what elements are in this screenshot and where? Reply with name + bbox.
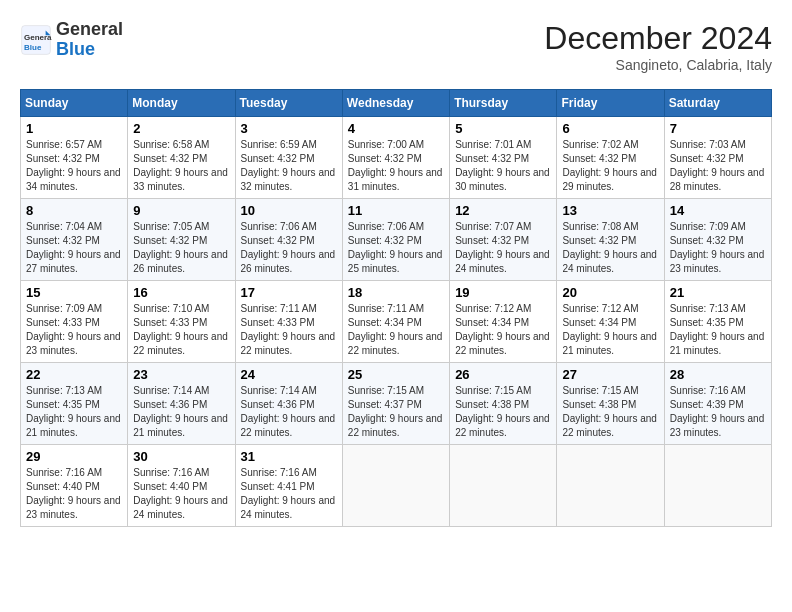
day-info: Sunrise: 7:15 AM Sunset: 4:37 PM Dayligh… [348,384,444,440]
day-info: Sunrise: 7:06 AM Sunset: 4:32 PM Dayligh… [241,220,337,276]
day-number: 4 [348,121,444,136]
day-cell: 4 Sunrise: 7:00 AM Sunset: 4:32 PM Dayli… [342,117,449,199]
day-number: 28 [670,367,766,382]
weekday-header-friday: Friday [557,90,664,117]
day-info: Sunrise: 7:02 AM Sunset: 4:32 PM Dayligh… [562,138,658,194]
day-number: 7 [670,121,766,136]
week-row-2: 8 Sunrise: 7:04 AM Sunset: 4:32 PM Dayli… [21,199,772,281]
day-cell: 5 Sunrise: 7:01 AM Sunset: 4:32 PM Dayli… [450,117,557,199]
day-info: Sunrise: 7:13 AM Sunset: 4:35 PM Dayligh… [670,302,766,358]
day-cell: 29 Sunrise: 7:16 AM Sunset: 4:40 PM Dayl… [21,445,128,527]
day-cell: 12 Sunrise: 7:07 AM Sunset: 4:32 PM Dayl… [450,199,557,281]
day-info: Sunrise: 6:59 AM Sunset: 4:32 PM Dayligh… [241,138,337,194]
weekday-header-thursday: Thursday [450,90,557,117]
day-info: Sunrise: 7:10 AM Sunset: 4:33 PM Dayligh… [133,302,229,358]
day-cell [342,445,449,527]
day-number: 18 [348,285,444,300]
day-cell: 30 Sunrise: 7:16 AM Sunset: 4:40 PM Dayl… [128,445,235,527]
day-info: Sunrise: 7:14 AM Sunset: 4:36 PM Dayligh… [241,384,337,440]
page-header: General Blue General Blue December 2024 … [20,20,772,73]
day-cell: 10 Sunrise: 7:06 AM Sunset: 4:32 PM Dayl… [235,199,342,281]
day-info: Sunrise: 7:07 AM Sunset: 4:32 PM Dayligh… [455,220,551,276]
day-info: Sunrise: 7:00 AM Sunset: 4:32 PM Dayligh… [348,138,444,194]
day-info: Sunrise: 7:15 AM Sunset: 4:38 PM Dayligh… [562,384,658,440]
weekday-header-monday: Monday [128,90,235,117]
day-info: Sunrise: 7:12 AM Sunset: 4:34 PM Dayligh… [562,302,658,358]
weekday-header-row: SundayMondayTuesdayWednesdayThursdayFrid… [21,90,772,117]
day-cell: 22 Sunrise: 7:13 AM Sunset: 4:35 PM Dayl… [21,363,128,445]
day-info: Sunrise: 7:09 AM Sunset: 4:32 PM Dayligh… [670,220,766,276]
day-cell: 25 Sunrise: 7:15 AM Sunset: 4:37 PM Dayl… [342,363,449,445]
calendar-table: SundayMondayTuesdayWednesdayThursdayFrid… [20,89,772,527]
location: Sangineto, Calabria, Italy [544,57,772,73]
day-cell: 23 Sunrise: 7:14 AM Sunset: 4:36 PM Dayl… [128,363,235,445]
day-cell: 26 Sunrise: 7:15 AM Sunset: 4:38 PM Dayl… [450,363,557,445]
day-cell: 19 Sunrise: 7:12 AM Sunset: 4:34 PM Dayl… [450,281,557,363]
month-title: December 2024 [544,20,772,57]
day-number: 12 [455,203,551,218]
day-info: Sunrise: 7:01 AM Sunset: 4:32 PM Dayligh… [455,138,551,194]
day-number: 31 [241,449,337,464]
day-number: 27 [562,367,658,382]
day-info: Sunrise: 7:15 AM Sunset: 4:38 PM Dayligh… [455,384,551,440]
logo: General Blue General Blue [20,20,123,60]
day-cell: 20 Sunrise: 7:12 AM Sunset: 4:34 PM Dayl… [557,281,664,363]
day-cell: 14 Sunrise: 7:09 AM Sunset: 4:32 PM Dayl… [664,199,771,281]
day-number: 1 [26,121,122,136]
day-info: Sunrise: 7:11 AM Sunset: 4:33 PM Dayligh… [241,302,337,358]
day-info: Sunrise: 7:11 AM Sunset: 4:34 PM Dayligh… [348,302,444,358]
day-info: Sunrise: 7:04 AM Sunset: 4:32 PM Dayligh… [26,220,122,276]
day-info: Sunrise: 7:14 AM Sunset: 4:36 PM Dayligh… [133,384,229,440]
day-info: Sunrise: 6:57 AM Sunset: 4:32 PM Dayligh… [26,138,122,194]
day-info: Sunrise: 7:16 AM Sunset: 4:40 PM Dayligh… [133,466,229,522]
day-info: Sunrise: 7:08 AM Sunset: 4:32 PM Dayligh… [562,220,658,276]
day-info: Sunrise: 7:09 AM Sunset: 4:33 PM Dayligh… [26,302,122,358]
day-number: 21 [670,285,766,300]
day-number: 17 [241,285,337,300]
day-number: 2 [133,121,229,136]
day-info: Sunrise: 7:13 AM Sunset: 4:35 PM Dayligh… [26,384,122,440]
day-number: 24 [241,367,337,382]
day-number: 22 [26,367,122,382]
day-number: 20 [562,285,658,300]
day-number: 30 [133,449,229,464]
day-number: 29 [26,449,122,464]
day-cell: 28 Sunrise: 7:16 AM Sunset: 4:39 PM Dayl… [664,363,771,445]
day-cell: 31 Sunrise: 7:16 AM Sunset: 4:41 PM Dayl… [235,445,342,527]
day-cell: 27 Sunrise: 7:15 AM Sunset: 4:38 PM Dayl… [557,363,664,445]
day-number: 25 [348,367,444,382]
day-cell: 18 Sunrise: 7:11 AM Sunset: 4:34 PM Dayl… [342,281,449,363]
day-cell: 15 Sunrise: 7:09 AM Sunset: 4:33 PM Dayl… [21,281,128,363]
day-cell: 3 Sunrise: 6:59 AM Sunset: 4:32 PM Dayli… [235,117,342,199]
week-row-4: 22 Sunrise: 7:13 AM Sunset: 4:35 PM Dayl… [21,363,772,445]
day-cell: 17 Sunrise: 7:11 AM Sunset: 4:33 PM Dayl… [235,281,342,363]
day-cell: 2 Sunrise: 6:58 AM Sunset: 4:32 PM Dayli… [128,117,235,199]
day-number: 16 [133,285,229,300]
weekday-header-wednesday: Wednesday [342,90,449,117]
logo-icon: General Blue [20,24,52,56]
week-row-5: 29 Sunrise: 7:16 AM Sunset: 4:40 PM Dayl… [21,445,772,527]
weekday-header-sunday: Sunday [21,90,128,117]
day-cell: 21 Sunrise: 7:13 AM Sunset: 4:35 PM Dayl… [664,281,771,363]
logo-text: General Blue [56,20,123,60]
day-number: 3 [241,121,337,136]
day-number: 23 [133,367,229,382]
day-info: Sunrise: 7:16 AM Sunset: 4:41 PM Dayligh… [241,466,337,522]
day-cell: 16 Sunrise: 7:10 AM Sunset: 4:33 PM Dayl… [128,281,235,363]
day-info: Sunrise: 7:06 AM Sunset: 4:32 PM Dayligh… [348,220,444,276]
day-number: 13 [562,203,658,218]
weekday-header-saturday: Saturday [664,90,771,117]
day-cell: 8 Sunrise: 7:04 AM Sunset: 4:32 PM Dayli… [21,199,128,281]
day-info: Sunrise: 6:58 AM Sunset: 4:32 PM Dayligh… [133,138,229,194]
day-number: 10 [241,203,337,218]
svg-text:Blue: Blue [24,42,42,51]
week-row-3: 15 Sunrise: 7:09 AM Sunset: 4:33 PM Dayl… [21,281,772,363]
day-info: Sunrise: 7:16 AM Sunset: 4:39 PM Dayligh… [670,384,766,440]
day-info: Sunrise: 7:16 AM Sunset: 4:40 PM Dayligh… [26,466,122,522]
day-info: Sunrise: 7:12 AM Sunset: 4:34 PM Dayligh… [455,302,551,358]
day-info: Sunrise: 7:05 AM Sunset: 4:32 PM Dayligh… [133,220,229,276]
day-cell [557,445,664,527]
day-cell [450,445,557,527]
day-number: 6 [562,121,658,136]
day-number: 11 [348,203,444,218]
